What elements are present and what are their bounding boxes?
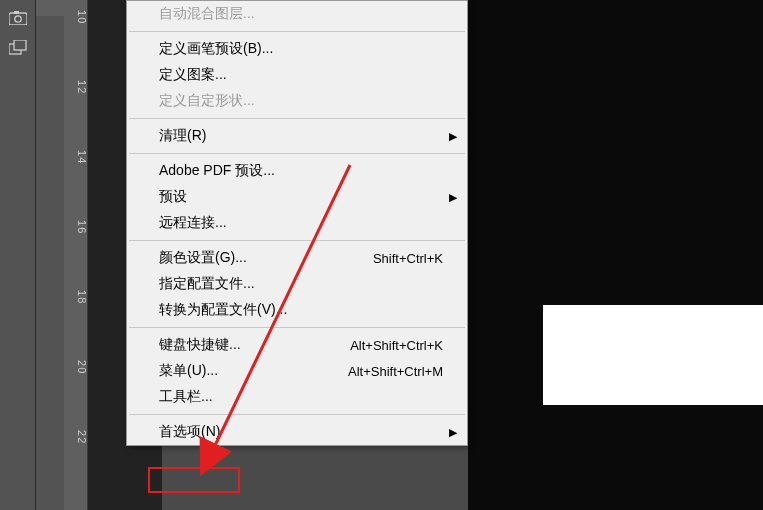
menu-label: 预设 <box>159 188 187 206</box>
menu-define-brush[interactable]: 定义画笔预设(B)... <box>127 36 467 62</box>
menu-separator <box>129 31 465 32</box>
chevron-right-icon: ▶ <box>449 130 457 143</box>
menu-label: 自动混合图层... <box>159 5 255 23</box>
white-panel-corner <box>543 305 763 405</box>
menu-label: 键盘快捷键... <box>159 336 241 354</box>
menu-label: 定义图案... <box>159 66 227 84</box>
chevron-right-icon: ▶ <box>449 191 457 204</box>
menu-label: 清理(R) <box>159 127 206 145</box>
menu-convert-profile[interactable]: 转换为配置文件(V)... <box>127 297 467 323</box>
svg-point-1 <box>14 16 20 22</box>
menu-presets[interactable]: 预设 ▶ <box>127 184 467 210</box>
menu-label: 首选项(N) <box>159 423 220 441</box>
menu-separator <box>129 240 465 241</box>
ruler-tick: 2 2 <box>64 430 88 442</box>
vertical-ruler: 1 0 1 2 1 4 1 6 1 8 2 0 2 2 <box>64 0 88 510</box>
menu-separator <box>129 153 465 154</box>
menu-color-settings[interactable]: 颜色设置(G)... Shift+Ctrl+K <box>127 245 467 271</box>
dark-background <box>468 0 763 510</box>
left-toolbar <box>0 0 36 510</box>
menu-label: 指定配置文件... <box>159 275 255 293</box>
chevron-right-icon: ▶ <box>449 426 457 439</box>
menu-label: 菜单(U)... <box>159 362 218 380</box>
menu-label: 转换为配置文件(V)... <box>159 301 287 319</box>
ruler-tick: 1 6 <box>64 220 88 232</box>
menu-label: 工具栏... <box>159 388 213 406</box>
menu-separator <box>129 414 465 415</box>
menu-preferences[interactable]: 首选项(N) ▶ <box>127 419 467 445</box>
menu-separator <box>129 327 465 328</box>
menu-define-shape: 定义自定形状... <box>127 88 467 114</box>
menu-keyboard-shortcuts[interactable]: 键盘快捷键... Alt+Shift+Ctrl+K <box>127 332 467 358</box>
menu-shortcut: Alt+Shift+Ctrl+M <box>348 364 443 379</box>
menu-separator <box>129 118 465 119</box>
menu-assign-profile[interactable]: 指定配置文件... <box>127 271 467 297</box>
menu-define-pattern[interactable]: 定义图案... <box>127 62 467 88</box>
ruler-tick: 1 0 <box>64 10 88 22</box>
context-menu: 自动混合图层... 定义画笔预设(B)... 定义图案... 定义自定形状...… <box>126 0 468 446</box>
menu-auto-blend: 自动混合图层... <box>127 1 467 27</box>
arrange-icon[interactable] <box>6 36 30 60</box>
ruler-tick: 2 0 <box>64 360 88 372</box>
ruler-tick: 1 4 <box>64 150 88 162</box>
svg-rect-0 <box>9 13 27 25</box>
ruler-area: 1 0 1 2 1 4 1 6 1 8 2 0 2 2 <box>36 0 126 510</box>
menu-toolbar[interactable]: 工具栏... <box>127 384 467 410</box>
menu-remote-connect[interactable]: 远程连接... <box>127 210 467 236</box>
menu-purge[interactable]: 清理(R) ▶ <box>127 123 467 149</box>
svg-rect-4 <box>14 40 26 50</box>
menu-label: 定义画笔预设(B)... <box>159 40 273 58</box>
menu-label: 颜色设置(G)... <box>159 249 247 267</box>
menu-label: 定义自定形状... <box>159 92 255 110</box>
menu-menus[interactable]: 菜单(U)... Alt+Shift+Ctrl+M <box>127 358 467 384</box>
camera-icon[interactable] <box>6 6 30 30</box>
ruler-tick: 1 2 <box>64 80 88 92</box>
menu-pdf-presets[interactable]: Adobe PDF 预设... <box>127 158 467 184</box>
menu-label: 远程连接... <box>159 214 227 232</box>
ruler-tick: 1 8 <box>64 290 88 302</box>
menu-shortcut: Alt+Shift+Ctrl+K <box>350 338 443 353</box>
menu-label: Adobe PDF 预设... <box>159 162 275 180</box>
svg-rect-2 <box>14 11 19 14</box>
menu-shortcut: Shift+Ctrl+K <box>373 251 443 266</box>
